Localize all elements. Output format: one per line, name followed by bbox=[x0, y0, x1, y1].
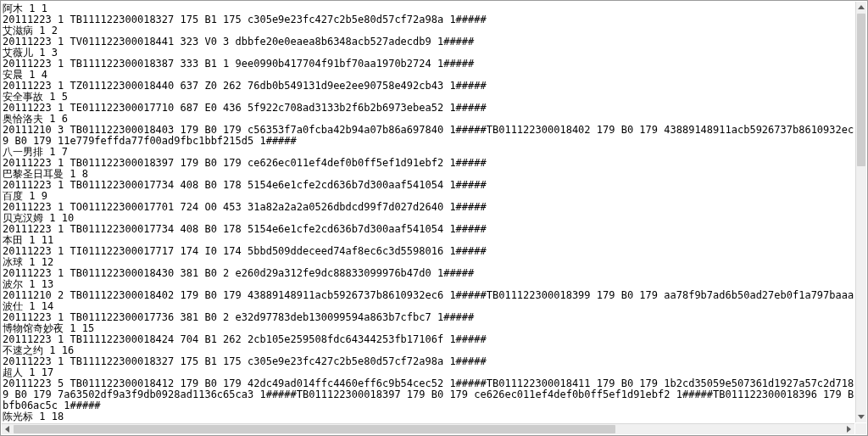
chevron-up-icon bbox=[858, 5, 865, 9]
horizontal-scrollbar[interactable] bbox=[2, 423, 854, 434]
vertical-scrollbar[interactable] bbox=[855, 2, 866, 422]
text-viewport: 阿木 1 1 20111223 1 TB111122300018327 175 … bbox=[0, 0, 868, 436]
scrollbar-corner bbox=[855, 423, 866, 434]
scroll-down-button[interactable] bbox=[856, 411, 866, 422]
scroll-left-button[interactable] bbox=[2, 424, 13, 434]
horizontal-scroll-thumb[interactable] bbox=[14, 425, 615, 433]
chevron-down-icon bbox=[858, 415, 865, 419]
scroll-up-button[interactable] bbox=[856, 2, 866, 13]
chevron-left-icon bbox=[5, 426, 9, 433]
chevron-right-icon bbox=[847, 426, 851, 433]
scroll-right-button[interactable] bbox=[843, 424, 854, 434]
text-content: 阿木 1 1 20111223 1 TB111122300018327 175 … bbox=[2, 2, 854, 422]
vertical-scroll-thumb[interactable] bbox=[857, 14, 865, 166]
